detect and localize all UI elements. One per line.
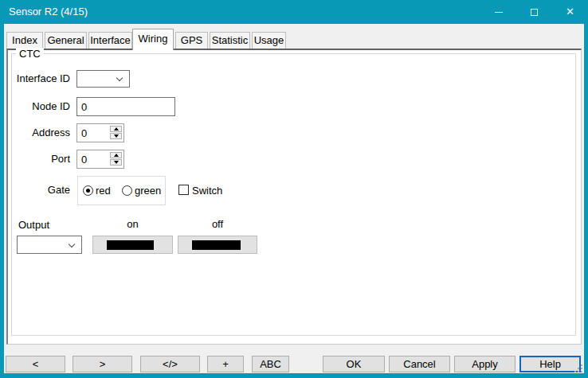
gate-radio-green-label[interactable]: green xyxy=(135,185,161,197)
node-id-input[interactable] xyxy=(76,97,175,116)
tab-general[interactable]: General xyxy=(45,32,87,49)
switch-checkbox-label[interactable]: Switch xyxy=(192,185,222,197)
code-button[interactable]: </> xyxy=(140,356,200,372)
tab-index[interactable]: Index xyxy=(6,32,43,49)
tab-usage[interactable]: Usage xyxy=(252,32,286,49)
maximize-button[interactable] xyxy=(516,0,552,24)
port-spin-buttons xyxy=(110,152,122,166)
gate-radio-green[interactable] xyxy=(122,185,132,196)
close-button[interactable]: ✕ xyxy=(552,0,588,24)
black-color-swatch xyxy=(107,240,154,250)
previous-button[interactable]: < xyxy=(6,356,65,372)
next-button[interactable]: > xyxy=(73,356,132,372)
port-spinbox xyxy=(76,150,124,169)
address-spinbox xyxy=(76,123,124,142)
dialog-window: Sensor R2 (4/15) ✕ Index General Interfa… xyxy=(0,0,588,378)
close-icon: ✕ xyxy=(566,0,574,24)
help-button[interactable]: Help xyxy=(519,356,581,372)
gate-label: Gate xyxy=(16,184,70,197)
abc-button[interactable]: ABC xyxy=(252,356,289,372)
tab-statistic[interactable]: Statistic xyxy=(210,32,250,49)
port-spin-up-button[interactable] xyxy=(110,152,122,158)
titlebar[interactable]: Sensor R2 (4/15) ✕ xyxy=(0,0,588,24)
window-title: Sensor R2 (4/15) xyxy=(9,0,88,24)
switch-checkbox[interactable] xyxy=(178,185,189,195)
tab-interface[interactable]: Interface xyxy=(88,32,132,49)
cancel-button[interactable]: Cancel xyxy=(389,356,450,372)
output-label: Output xyxy=(18,219,49,231)
grip-dots-icon xyxy=(574,364,576,366)
address-spin-up-button[interactable] xyxy=(110,126,122,132)
output-off-column-header: off xyxy=(178,218,257,230)
interface-id-label: Interface ID xyxy=(16,72,70,85)
arrow-up-icon xyxy=(114,154,119,157)
gate-radio-red[interactable] xyxy=(83,185,93,196)
tab-wiring[interactable]: Wiring xyxy=(132,29,174,50)
resize-grip[interactable] xyxy=(574,364,584,374)
address-label: Address xyxy=(16,127,70,139)
arrow-down-icon xyxy=(114,161,119,164)
chevron-down-icon xyxy=(116,75,123,81)
ctc-group-label: CTC xyxy=(16,48,44,60)
minimize-icon xyxy=(495,12,503,13)
address-input[interactable] xyxy=(78,125,108,141)
port-input[interactable] xyxy=(78,151,108,167)
maximize-icon xyxy=(531,9,538,16)
port-label: Port xyxy=(16,153,70,166)
add-button[interactable]: + xyxy=(207,356,244,372)
tab-gps[interactable]: GPS xyxy=(175,32,208,49)
address-spin-down-button[interactable] xyxy=(110,133,122,139)
chevron-down-icon xyxy=(69,241,75,247)
gate-radio-red-label[interactable]: red xyxy=(96,185,111,197)
black-color-swatch xyxy=(192,240,241,250)
output-off-color-button[interactable] xyxy=(178,236,257,254)
node-id-label: Node ID xyxy=(16,100,70,113)
address-spin-buttons xyxy=(110,126,122,140)
port-spin-down-button[interactable] xyxy=(110,159,122,166)
ok-button[interactable]: OK xyxy=(323,356,385,372)
arrow-down-icon xyxy=(114,134,119,138)
window-controls: ✕ xyxy=(480,0,588,24)
arrow-up-icon xyxy=(114,127,119,131)
output-on-column-header: on xyxy=(92,218,173,230)
output-combobox[interactable] xyxy=(17,236,82,254)
apply-button[interactable]: Apply xyxy=(454,356,515,372)
output-on-color-button[interactable] xyxy=(92,236,173,254)
interface-id-combobox[interactable] xyxy=(76,70,130,88)
minimize-button[interactable] xyxy=(480,0,516,24)
